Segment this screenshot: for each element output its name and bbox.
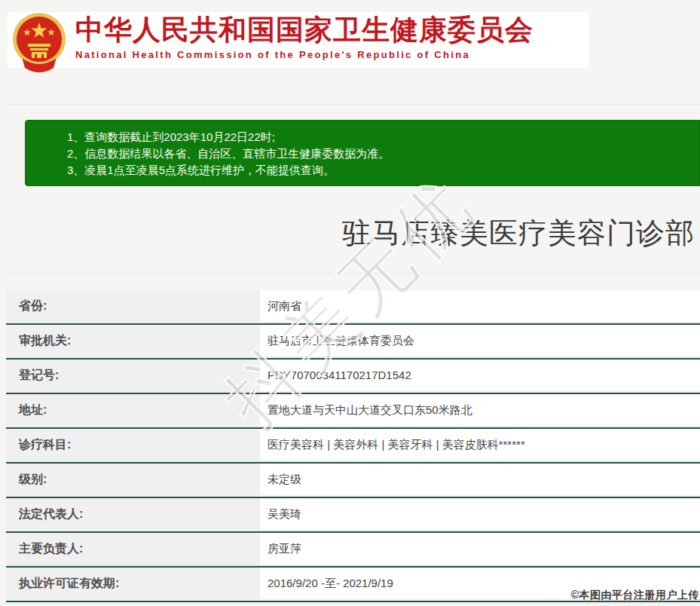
table-row: 省份: 河南省 bbox=[6, 290, 700, 325]
notice-box: 1、查询数据截止到2023年10月22日22时; 2、信息数据结果以各省、自治区… bbox=[25, 120, 700, 186]
row-label: 级别: bbox=[6, 464, 260, 497]
national-emblem-icon bbox=[11, 11, 67, 75]
commission-title-en: National Health Commission of the People… bbox=[75, 49, 533, 60]
commission-title-cn: 中华人民共和国国家卫生健康委员会 bbox=[75, 14, 533, 47]
row-value: 未定级 bbox=[260, 464, 700, 497]
row-label: 法定代表人: bbox=[6, 498, 260, 531]
notice-line: 2、信息数据结果以各省、自治区、直辖市卫生健康委数据为准。 bbox=[67, 145, 692, 162]
table-row: 审批机关: 驻马店市卫生健康体育委员会 bbox=[6, 325, 700, 360]
table-row: 主要负责人: 房亚萍 bbox=[6, 533, 700, 568]
row-label: 主要负责人: bbox=[6, 533, 260, 566]
row-label: 登记号: bbox=[6, 360, 260, 393]
row-value: 河南省 bbox=[260, 290, 700, 323]
table-row: 诊疗科目: 医疗美容科 | 美容外科 | 美容牙科 | 美容皮肤科****** bbox=[6, 429, 700, 464]
row-label: 执业许可证有效期: bbox=[6, 568, 260, 601]
table-row: 级别: 未定级 bbox=[6, 464, 700, 498]
row-value: 置地大道与天中山大道交叉口东50米路北 bbox=[260, 394, 700, 427]
notice-line: 1、查询数据截止到2023年10月22日22时; bbox=[67, 129, 692, 145]
table-row: 地址: 置地大道与天中山大道交叉口东50米路北 bbox=[6, 394, 700, 429]
row-label: 诊疗科目: bbox=[6, 429, 260, 462]
header-divider bbox=[8, 104, 700, 105]
copyright-watermark: ©本图由平台注册用户上传 bbox=[571, 589, 699, 602]
title-divider bbox=[6, 273, 700, 274]
row-value: 吴美琦 bbox=[260, 498, 700, 531]
row-value: 医疗美容科 | 美容外科 | 美容牙科 | 美容皮肤科****** bbox=[260, 429, 700, 462]
row-label: 地址: bbox=[6, 394, 260, 427]
header-band: 中华人民共和国国家卫生健康委员会 National Health Commiss… bbox=[8, 12, 588, 68]
row-value: 驻马店市卫生健康体育委员会 bbox=[260, 325, 700, 358]
table-row: 登记号: PDY70700341170217D1542 bbox=[6, 360, 700, 394]
row-label: 审批机关: bbox=[6, 325, 260, 358]
org-title: 驻马店臻美医疗美容门诊部 bbox=[342, 214, 695, 252]
row-value: 房亚萍 bbox=[260, 533, 700, 566]
notice-line: 3、凌晨1点至凌晨5点系统进行维护，不能提供查询。 bbox=[67, 162, 692, 179]
row-label: 省份: bbox=[6, 290, 260, 323]
info-table: 省份: 河南省 审批机关: 驻马店市卫生健康体育委员会 登记号: PDY7070… bbox=[6, 290, 700, 602]
table-row: 法定代表人: 吴美琦 bbox=[6, 498, 700, 533]
row-value: PDY70700341170217D1542 bbox=[260, 360, 700, 393]
